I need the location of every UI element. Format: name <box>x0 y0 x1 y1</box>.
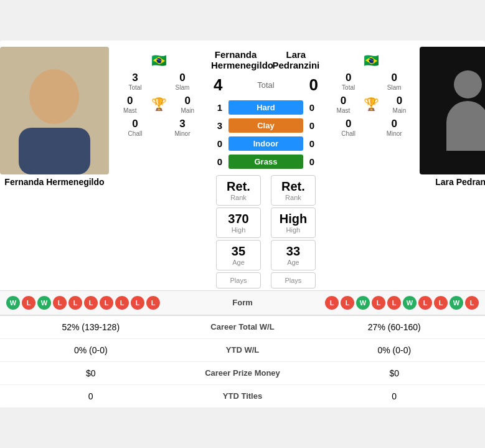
player1-rank-label: Rank <box>219 194 258 201</box>
player1-slam-label: Slam <box>176 84 190 91</box>
stat-center-label: YTD W/L <box>174 345 311 355</box>
bottom-stats: 52% (139-128) Career Total W/L 27% (60-1… <box>0 315 485 408</box>
player2-minor-label: Minor <box>387 130 402 137</box>
form-badge-left: L <box>84 296 98 310</box>
form-badge-right: L <box>418 296 432 310</box>
stat-row: 52% (139-128) Career Total W/L 27% (60-1… <box>0 316 485 339</box>
player2-high-label: High <box>274 226 313 234</box>
form-badge-right: L <box>465 296 479 310</box>
player2-chall-label: Chall <box>341 130 356 137</box>
form-badge-right: L <box>341 296 354 310</box>
player1-mast-item: 0 Mast <box>111 95 149 114</box>
player2-plays-label: Plays <box>274 277 313 284</box>
player1-chall-item: 0 Chall <box>111 118 159 137</box>
player1-minor-item: 3 Minor <box>159 118 206 137</box>
player2-name-below: Lara Pedranzini <box>433 174 485 188</box>
player1-main-label: Main <box>181 107 194 114</box>
player1-main-item: 0 Main <box>169 95 207 114</box>
player2-slam-item: 0 Slam <box>371 72 417 91</box>
form-badge-left: W <box>6 296 20 310</box>
player2-plays-box: Plays <box>271 272 316 288</box>
player2-minor-item: 0 Minor <box>371 118 417 137</box>
player1-high-val: 370 <box>219 212 258 226</box>
player2-slam-label: Slam <box>387 84 402 91</box>
player2-mast-item: 0 Mast <box>326 95 361 114</box>
player1-photo <box>0 47 109 174</box>
stat-right-val: 0% (0-0) <box>311 345 478 355</box>
form-badge-left: L <box>22 296 35 310</box>
stat-right-val: 27% (60-160) <box>311 322 478 332</box>
form-right-badges: LLWLLWLLWL <box>274 296 479 310</box>
form-badge-left: L <box>100 296 113 310</box>
stat-center-label: YTD Titles <box>174 391 311 401</box>
player1-photo-col: Fernanda Hermenegildo <box>0 47 109 188</box>
trophy-icon-p1: 🏆 <box>149 97 169 112</box>
hard-left-val: 1 <box>214 102 226 113</box>
player1-rank-box: Ret. Rank <box>216 175 261 206</box>
player1-mast-val: 0 <box>127 95 133 107</box>
player2-age-box: 33 Age <box>271 240 316 270</box>
stat-left-val: 0% (0-0) <box>7 345 174 355</box>
player1-age-box: 35 Age <box>216 240 261 270</box>
player2-rank-val: Ret. <box>274 179 313 194</box>
player2-chall-item: 0 Chall <box>326 118 372 137</box>
form-badge-right: W <box>403 296 417 310</box>
player1-name-below: Fernanda Hermenegildo <box>2 174 106 188</box>
player2-total-label: Total <box>342 84 355 91</box>
player2-total-item: 0 Total <box>326 72 372 91</box>
player1-age-val: 35 <box>219 244 258 259</box>
indoor-left-val: 0 <box>214 138 226 149</box>
player2-high-val: High <box>274 212 313 226</box>
stat-row: $0 Career Prize Money $0 <box>0 362 485 385</box>
form-badge-right: W <box>450 296 463 310</box>
player1-flag: 🇧🇷 <box>111 52 206 69</box>
player2-total-val: 0 <box>346 72 351 84</box>
vs-left-total: 4 <box>214 75 222 95</box>
player2-minor-val: 0 <box>391 118 397 130</box>
stat-left-val: 0 <box>7 391 174 401</box>
clay-right-val: 0 <box>306 120 318 131</box>
form-label: Form <box>212 298 274 307</box>
stat-center-label: Career Total W/L <box>174 322 311 331</box>
player2-chall-val: 0 <box>346 118 351 130</box>
form-badge-left: L <box>115 296 129 310</box>
hard-badge: Hard <box>228 100 303 115</box>
player2-flag: 🇧🇷 <box>326 52 417 69</box>
stat-left-val: $0 <box>7 368 174 378</box>
player2-mast-label: Mast <box>337 107 351 114</box>
player1-high-box: 370 High <box>216 207 261 238</box>
form-badge-right: W <box>356 296 370 310</box>
stat-row: 0% (0-0) YTD W/L 0% (0-0) <box>0 339 485 362</box>
player2-photo <box>420 47 485 174</box>
player1-chall-label: Chall <box>128 130 143 137</box>
player1-plays-label: Plays <box>219 277 258 284</box>
clay-left-val: 3 <box>214 120 226 131</box>
vs-center-col: Fernanda Hermenegildo Lara Pedranzini 4 … <box>209 47 323 290</box>
player2-main-val: 0 <box>397 95 402 107</box>
player1-rank-val: Ret. <box>219 179 258 194</box>
grass-left-val: 0 <box>214 156 226 167</box>
form-badge-left: L <box>68 296 82 310</box>
form-badge-right: L <box>434 296 448 310</box>
player1-slam-item: 0 Slam <box>159 72 206 91</box>
indoor-badge: Indoor <box>228 136 303 151</box>
player1-age-label: Age <box>219 259 258 266</box>
player2-mast-val: 0 <box>341 95 346 107</box>
player1-stats-col: 🇧🇷 3 Total 0 Slam 0 Mast 🏆 <box>109 47 209 142</box>
player2-slam-val: 0 <box>391 72 397 84</box>
player2-rank-label: Rank <box>274 194 313 201</box>
player2-high-box: High High <box>271 207 316 238</box>
stat-right-val: $0 <box>311 368 478 378</box>
form-badge-right: L <box>325 296 339 310</box>
player1-main-val: 0 <box>185 95 191 107</box>
hard-right-val: 0 <box>306 102 318 113</box>
form-row: WLWLLLLLLL Form LLWLLWLLWL <box>0 290 485 315</box>
form-badge-left: L <box>131 296 144 310</box>
player2-header-name: Lara Pedranzini <box>271 49 321 70</box>
player2-age-val: 33 <box>274 244 313 259</box>
player1-total-val: 3 <box>132 72 138 84</box>
form-badge-right: L <box>372 296 385 310</box>
form-badge-left: W <box>37 296 51 310</box>
player1-mast-label: Mast <box>123 107 137 114</box>
stat-left-val: 52% (139-128) <box>7 322 174 332</box>
